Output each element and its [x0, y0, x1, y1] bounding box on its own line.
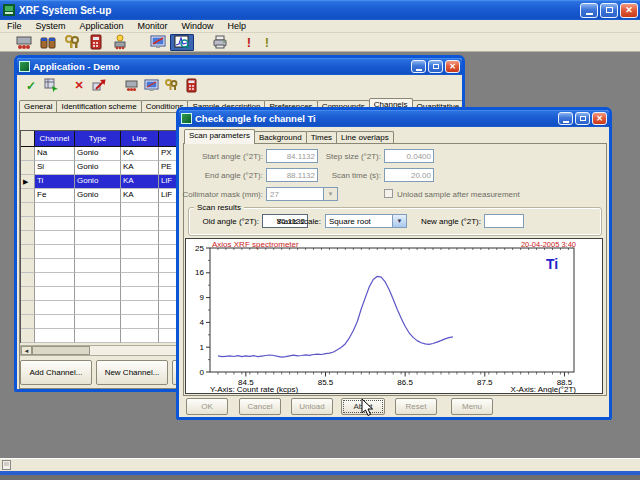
- screen-bottom-edge: [0, 475, 640, 480]
- chevron-down-icon: ▼: [323, 188, 337, 200]
- delete-x-icon[interactable]: ✕: [69, 77, 89, 94]
- scan-check-icon[interactable]: [170, 34, 194, 51]
- mouse-cursor: [361, 398, 374, 417]
- menu-window[interactable]: Window: [175, 21, 221, 31]
- sample-holder-icon[interactable]: [108, 34, 132, 51]
- apply-table-icon[interactable]: [41, 77, 61, 94]
- chart-datetime: 20-04-2005 3:40: [521, 240, 576, 249]
- scan-chart-svg: 84.585.586.587.588.501491625Axios XRF sp…: [186, 239, 602, 393]
- reset-button[interactable]: Reset: [395, 398, 437, 415]
- main-toolbar: ! !: [0, 33, 640, 52]
- calculator-icon[interactable]: [84, 34, 108, 51]
- menu-system[interactable]: System: [29, 21, 73, 31]
- app-logo-icon: [2, 3, 16, 17]
- app-close-button[interactable]: ✕: [445, 60, 460, 73]
- svg-text:9: 9: [200, 293, 205, 302]
- application-window-icon: [19, 61, 30, 72]
- new-angle-field[interactable]: [484, 214, 524, 228]
- menu-button[interactable]: Menu: [451, 398, 493, 415]
- header-line[interactable]: Line: [121, 131, 159, 147]
- application-toolbar: ✓ ✕: [17, 75, 462, 96]
- keys-small-icon[interactable]: [161, 77, 181, 94]
- svg-text:87.5: 87.5: [477, 378, 493, 387]
- main-window-title: XRF System Set-up: [19, 5, 111, 16]
- start-angle-label: Start angle (°2T):: [185, 152, 263, 161]
- svg-text:4: 4: [200, 318, 205, 327]
- status-page-icon: [2, 460, 12, 470]
- y-axis-scale-select[interactable]: Square root▼: [325, 214, 407, 228]
- cancel-button[interactable]: Cancel: [239, 398, 281, 415]
- end-angle-field[interactable]: 88.1132: [266, 168, 318, 182]
- step-size-field[interactable]: 0.0400: [384, 149, 434, 163]
- unload-button[interactable]: Unload: [291, 398, 333, 415]
- collimator-mask-select[interactable]: 27▼: [266, 187, 338, 201]
- chart-title: Axios XRF spectrometer: [212, 240, 299, 249]
- main-titlebar[interactable]: XRF System Set-up ✕: [0, 0, 640, 20]
- row-selector-arrow-icon: ▶: [21, 175, 35, 189]
- menu-bar: File System Application Monitor Window H…: [0, 20, 640, 33]
- chevron-down-icon[interactable]: ▼: [392, 215, 406, 227]
- ok-button[interactable]: OK: [186, 398, 228, 415]
- tab-scan-parameters[interactable]: Scan parameters: [184, 129, 255, 144]
- svg-text:86.5: 86.5: [397, 378, 413, 387]
- svg-text:16: 16: [195, 268, 204, 277]
- confirm-check-icon[interactable]: ✓: [21, 77, 41, 94]
- screen: XRF System Set-up ✕ File System Applicat…: [0, 0, 640, 480]
- monitor-chart-icon[interactable]: [146, 34, 170, 51]
- old-angle-label: Old angle (°2T):: [193, 217, 259, 226]
- keys-icon[interactable]: [60, 34, 84, 51]
- printer-icon[interactable]: [208, 34, 232, 51]
- start-angle-field[interactable]: 84.1132: [266, 149, 318, 163]
- status-bar: [0, 458, 640, 471]
- scroll-left-icon[interactable]: ◄: [21, 346, 32, 355]
- check-angle-dialog: Check angle for channel Ti ✕ Scan parame…: [176, 107, 612, 420]
- chart-element-label: Ti: [546, 256, 558, 272]
- unload-sample-checkbox[interactable]: [384, 189, 393, 198]
- app-maximize-button[interactable]: [428, 60, 443, 73]
- minimize-button[interactable]: [580, 3, 598, 18]
- end-angle-label: End angle (°2T):: [185, 171, 263, 180]
- collimator-mask-label: Collimator mask (mm):: [179, 190, 263, 199]
- application-titlebar[interactable]: Application - Demo ✕: [17, 58, 462, 75]
- calculator-small-icon[interactable]: [181, 77, 201, 94]
- unload-sample-label: Unload sample after measurement: [397, 190, 537, 199]
- chart-ylabel: Y-Axis: Count rate (kcps): [210, 385, 299, 393]
- svg-text:0: 0: [200, 368, 205, 377]
- step-size-label: Step size (°2T):: [319, 152, 381, 161]
- dialog-minimize-button[interactable]: [558, 112, 573, 125]
- menu-application[interactable]: Application: [73, 21, 131, 31]
- scrollbar-thumb[interactable]: [32, 346, 90, 355]
- svg-text:85.5: 85.5: [318, 378, 334, 387]
- scan-time-field[interactable]: 20.00: [384, 168, 434, 182]
- scan-time-label: Scan time (s):: [319, 171, 381, 180]
- header-type[interactable]: Type: [75, 131, 121, 147]
- dialog-icon: [181, 113, 192, 124]
- sample-small-icon[interactable]: [121, 77, 141, 94]
- header-selector: [21, 131, 35, 147]
- goto-arrow-icon[interactable]: [89, 77, 109, 94]
- dialog-maximize-button[interactable]: [575, 112, 590, 125]
- restore-button[interactable]: [600, 3, 618, 18]
- dialog-title: Check angle for channel Ti: [195, 113, 316, 124]
- menu-help[interactable]: Help: [221, 21, 254, 31]
- svg-text:1: 1: [200, 343, 205, 352]
- header-channel[interactable]: Channel: [35, 131, 75, 147]
- dialog-close-button[interactable]: ✕: [592, 112, 607, 125]
- alert-red-icon[interactable]: !: [240, 34, 258, 51]
- application-window-title: Application - Demo: [33, 61, 120, 72]
- add-channel-button[interactable]: Add Channel...: [20, 360, 92, 385]
- menu-file[interactable]: File: [0, 21, 29, 31]
- menu-monitor[interactable]: Monitor: [131, 21, 175, 31]
- close-button[interactable]: ✕: [620, 3, 638, 18]
- containers-icon[interactable]: [36, 34, 60, 51]
- new-channel-button[interactable]: New Channel...: [96, 360, 168, 385]
- app-minimize-button[interactable]: [411, 60, 426, 73]
- chart-xlabel: X-Axis: Angle(°2T): [511, 385, 577, 393]
- monitor-small-icon[interactable]: [141, 77, 161, 94]
- new-angle-label: New angle (°2T):: [413, 217, 481, 226]
- dialog-body: Scan parameters Background Times Line ov…: [179, 127, 609, 417]
- alert-yellow-icon[interactable]: !: [258, 34, 276, 51]
- sample-changer-icon[interactable]: [12, 34, 36, 51]
- svg-text:25: 25: [195, 244, 204, 253]
- dialog-titlebar[interactable]: Check angle for channel Ti ✕: [179, 110, 609, 127]
